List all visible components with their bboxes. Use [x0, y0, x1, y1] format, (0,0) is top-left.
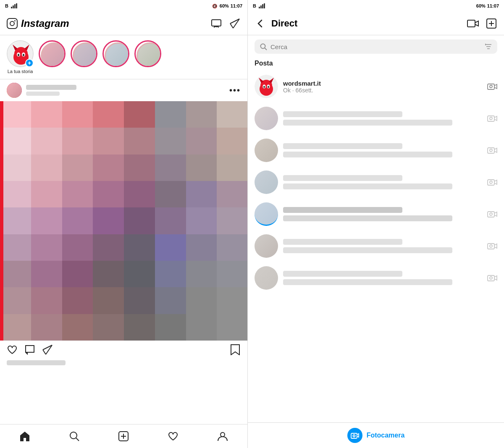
svg-point-7	[14, 20, 16, 21]
pixel-cell	[93, 314, 124, 341]
add-story-btn[interactable]: +	[25, 59, 34, 67]
fotocamera-label: Fotocamera	[367, 432, 405, 439]
pixel-cell	[217, 207, 248, 234]
pixel-cell	[31, 155, 62, 181]
left-header: Instagram	[0, 12, 247, 35]
pixel-cell	[155, 287, 186, 314]
nav-home[interactable]	[17, 429, 32, 444]
svg-rect-58	[488, 116, 494, 121]
pixel-cell	[62, 287, 93, 314]
pixel-cell	[124, 314, 155, 341]
blurred-row-2	[248, 134, 504, 166]
camera-icon-6	[487, 242, 497, 250]
pixel-cell	[217, 314, 248, 341]
pixel-cell	[217, 128, 248, 154]
pixel-cell	[62, 101, 93, 128]
svg-rect-2	[14, 4, 16, 8]
send-icon[interactable]	[229, 18, 241, 29]
pixel-cell	[62, 155, 93, 181]
pixel-cell	[93, 128, 124, 154]
more-options-btn[interactable]: •••	[229, 86, 241, 95]
camera-bar[interactable]: Fotocamera	[248, 422, 504, 448]
pixel-cell	[93, 234, 124, 261]
nav-search[interactable]	[67, 429, 82, 444]
pixel-cell	[0, 181, 31, 207]
camera-circle-icon	[347, 428, 362, 443]
pixel-cell	[124, 234, 155, 261]
pixel-cell	[0, 101, 31, 128]
search-input[interactable]	[270, 43, 481, 50]
story-5[interactable]	[134, 40, 161, 69]
pixel-cell	[124, 287, 155, 314]
message-item-wordsmart[interactable]: wordsmart.it Ok · 66sett.	[248, 71, 504, 102]
nav-heart[interactable]	[165, 429, 181, 444]
time-left: 11:07	[231, 3, 242, 8]
svg-rect-3	[16, 3, 17, 8]
pixel-cell	[186, 314, 217, 341]
pixel-cell	[217, 181, 248, 207]
camera-icon-4	[487, 178, 497, 186]
left-status-left: B	[5, 3, 18, 8]
story-2[interactable]	[39, 40, 66, 69]
svg-rect-32	[259, 7, 260, 8]
likes-row	[0, 359, 247, 367]
right-status-right: 60% 11:07	[476, 3, 499, 8]
video-call-icon[interactable]	[467, 18, 479, 29]
pixel-cell	[155, 128, 186, 154]
story-3[interactable]	[71, 40, 97, 69]
pixel-cell	[31, 287, 62, 314]
filter-icon[interactable]	[485, 43, 492, 50]
compose-icon[interactable]	[486, 18, 497, 29]
post-actions	[0, 341, 247, 359]
story-4[interactable]	[102, 40, 129, 69]
pixel-cell	[124, 101, 155, 128]
right-status-left: B	[253, 3, 265, 8]
svg-point-20	[18, 54, 19, 56]
like-button[interactable]	[7, 344, 18, 355]
msg-info-wordsmart: wordsmart.it Ok · 66sett.	[283, 80, 482, 94]
pixel-cell	[31, 207, 62, 234]
comment-button[interactable]	[24, 344, 35, 355]
post-image	[0, 101, 248, 341]
svg-rect-8	[212, 20, 221, 26]
pixel-cell	[93, 207, 124, 234]
pixel-cell	[0, 234, 31, 261]
my-story[interactable]: + La tua storia	[7, 40, 34, 74]
pixel-cell	[0, 128, 31, 154]
svg-rect-36	[467, 20, 475, 27]
tv-icon[interactable]	[210, 18, 222, 29]
save-button[interactable]	[230, 344, 241, 355]
svg-rect-62	[488, 180, 494, 185]
back-button[interactable]	[255, 18, 266, 29]
svg-line-23	[43, 350, 46, 354]
camera-icon-7	[487, 274, 497, 282]
pixel-cell	[124, 155, 155, 181]
share-button[interactable]	[42, 344, 53, 355]
battery-pct-left: 60%	[220, 3, 229, 8]
svg-rect-64	[488, 212, 494, 217]
red-border	[0, 101, 3, 341]
search-icon	[260, 43, 267, 50]
nav-profile[interactable]	[215, 429, 230, 444]
pixel-cell	[0, 207, 31, 234]
search-bar[interactable]	[255, 39, 497, 54]
pixel-cell	[62, 314, 93, 341]
nav-add[interactable]	[116, 429, 131, 444]
pixel-cell	[124, 261, 155, 287]
svg-point-21	[23, 54, 24, 56]
signal-icon	[11, 3, 18, 8]
left-status-bar: B 🔇 60% 11:07	[0, 0, 247, 12]
camera-icon-1[interactable]	[487, 82, 497, 91]
msg-preview: Ok · 66sett.	[283, 87, 482, 94]
pixel-cell	[62, 234, 93, 261]
pixel-cell	[155, 155, 186, 181]
svg-marker-25	[231, 345, 239, 355]
blurred-row-5	[248, 230, 504, 262]
carrier-b: B	[5, 3, 8, 8]
pixel-cell	[31, 314, 62, 341]
svg-rect-56	[488, 84, 494, 89]
svg-point-54	[263, 86, 265, 88]
blurred-row-6	[248, 262, 504, 294]
pixel-cell	[31, 261, 62, 287]
mute-icon: 🔇	[212, 3, 218, 8]
